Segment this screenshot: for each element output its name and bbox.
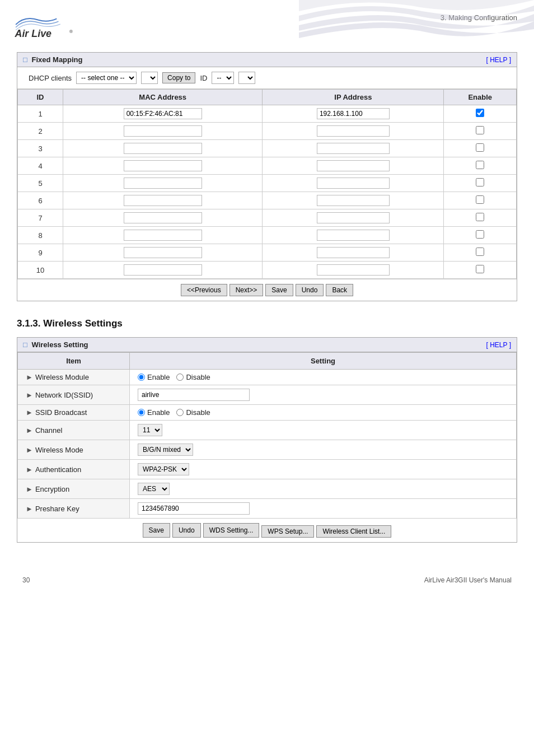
ip-input[interactable]	[317, 178, 390, 189]
table-row: 10	[18, 262, 517, 279]
row-id: 1	[18, 105, 63, 123]
table-row: 9	[18, 244, 517, 262]
radio-option[interactable]: Disable	[176, 373, 210, 381]
wds-setting-button[interactable]: WDS Setting...	[203, 523, 260, 538]
enable-checkbox[interactable]	[476, 178, 484, 186]
row-mac	[63, 209, 263, 227]
enable-checkbox[interactable]	[476, 265, 484, 273]
radio-option[interactable]: Enable	[138, 408, 170, 417]
undo-button[interactable]: Undo	[296, 284, 324, 296]
row-enable	[444, 140, 517, 157]
row-mac	[63, 175, 263, 192]
wireless-select[interactable]: WPA2-PSKWPA-PSKWEPNone	[138, 463, 189, 475]
radio-option[interactable]: Enable	[138, 373, 170, 381]
previous-button[interactable]: <<Previous	[181, 284, 227, 296]
row-mac	[63, 157, 263, 175]
enable-checkbox[interactable]	[476, 248, 484, 256]
enable-checkbox[interactable]	[476, 195, 484, 204]
row-enable	[444, 244, 517, 262]
col-header-mac: MAC Address	[63, 90, 263, 105]
airlive-logo: Air Live ®	[11, 10, 84, 41]
copy-to-dropdown[interactable]: ⌄	[141, 72, 158, 84]
svg-text:Air Live: Air Live	[15, 28, 52, 39]
wireless-table-row: ►Preshare Key	[18, 499, 517, 519]
svg-text:®: ®	[69, 29, 73, 34]
id-dash-select[interactable]: --	[212, 72, 234, 84]
ip-input[interactable]	[317, 143, 390, 154]
wireless-item-label: ►SSID Broadcast	[18, 405, 130, 421]
row-mac	[63, 244, 263, 262]
save-button[interactable]: Save	[265, 284, 293, 296]
enable-checkbox[interactable]	[476, 230, 484, 239]
page-footer: 30 AirLive Air3GII User's Manual	[0, 571, 534, 590]
manual-title: AirLive Air3GII User's Manual	[424, 576, 512, 584]
row-id: 8	[18, 227, 63, 244]
wireless-table-row: ►Wireless Module Enable Disable	[18, 370, 517, 385]
fixed-mapping-section: □ Fixed Mapping [ HELP ] DHCP clients --…	[17, 52, 517, 301]
ip-input[interactable]	[317, 108, 390, 119]
mac-input[interactable]	[124, 108, 202, 119]
mac-input[interactable]	[124, 143, 202, 154]
ip-input[interactable]	[317, 230, 390, 241]
wireless-settings-header: □ Wireless Setting [ HELP ]	[17, 338, 517, 352]
wireless-select[interactable]: B/G/N mixedB onlyG onlyN only	[138, 444, 193, 456]
row-ip	[263, 262, 444, 279]
mac-input[interactable]	[124, 247, 202, 258]
col-header-ip: IP Address	[263, 90, 444, 105]
row-ip	[263, 244, 444, 262]
radio-option[interactable]: Disable	[176, 408, 210, 417]
mac-input[interactable]	[124, 195, 202, 206]
copy-to-button[interactable]: Copy to	[162, 72, 195, 83]
mac-input[interactable]	[124, 160, 202, 171]
ip-input[interactable]	[317, 247, 390, 258]
enable-checkbox[interactable]	[476, 109, 484, 117]
mac-input[interactable]	[124, 264, 202, 276]
wireless-table-row: ►SSID Broadcast Enable Disable	[18, 405, 517, 421]
back-button[interactable]: Back	[326, 284, 353, 296]
ip-input[interactable]	[317, 195, 390, 206]
enable-checkbox[interactable]	[476, 143, 484, 152]
wireless-col-item: Item	[18, 353, 130, 370]
dhcp-select[interactable]: -- select one --	[76, 72, 137, 84]
row-id: 5	[18, 175, 63, 192]
wireless-item-label: ►Wireless Mode	[18, 440, 130, 460]
enable-checkbox[interactable]	[476, 161, 484, 169]
wireless-select[interactable]: 12345678910111213	[138, 424, 162, 436]
wireless-setting-value: Enable Disable	[130, 405, 517, 421]
row-mac	[63, 192, 263, 209]
row-mac	[63, 140, 263, 157]
ip-input[interactable]	[317, 125, 390, 137]
mac-input[interactable]	[124, 125, 202, 137]
table-row: 3	[18, 140, 517, 157]
main-content: □ Fixed Mapping [ HELP ] DHCP clients --…	[0, 41, 534, 571]
mac-input[interactable]	[124, 230, 202, 241]
radio-group: Enable Disable	[138, 373, 508, 381]
ip-input[interactable]	[317, 160, 390, 171]
enable-checkbox[interactable]	[476, 213, 484, 221]
next-button[interactable]: Next>>	[229, 284, 264, 296]
wireless-item-label: ►Preshare Key	[18, 499, 130, 519]
id-dropdown[interactable]: ⌄	[238, 72, 255, 84]
mac-input[interactable]	[124, 178, 202, 189]
ip-input[interactable]	[317, 264, 390, 276]
enable-checkbox[interactable]	[476, 126, 484, 134]
fixed-mapping-table: ID MAC Address IP Address Enable 1234567…	[17, 89, 517, 279]
wireless-setting-value: WPA2-PSKWPA-PSKWEPNone	[130, 460, 517, 479]
row-id: 7	[18, 209, 63, 227]
wireless-item-label: ►Wireless Module	[18, 370, 130, 385]
wireless-text-input[interactable]	[138, 389, 250, 401]
wireless-undo-button[interactable]: Undo	[172, 523, 201, 538]
wireless-table-row: ►EncryptionAESTKIP	[18, 479, 517, 499]
mac-input[interactable]	[124, 212, 202, 223]
wireless-client-list-button[interactable]: Wireless Client List...	[316, 525, 391, 538]
wireless-settings-section: □ Wireless Setting [ HELP ] Item Setting…	[17, 337, 517, 543]
ip-input[interactable]	[317, 212, 390, 223]
row-mac	[63, 227, 263, 244]
wireless-select[interactable]: AESTKIP	[138, 483, 170, 495]
wireless-setting-value	[130, 385, 517, 405]
wireless-help-link[interactable]: [ HELP ]	[486, 341, 511, 349]
wps-setup-button[interactable]: WPS Setup...	[261, 525, 314, 538]
wireless-setting-value	[130, 499, 517, 519]
wireless-text-input[interactable]	[138, 502, 250, 515]
wireless-save-button[interactable]: Save	[143, 523, 170, 538]
